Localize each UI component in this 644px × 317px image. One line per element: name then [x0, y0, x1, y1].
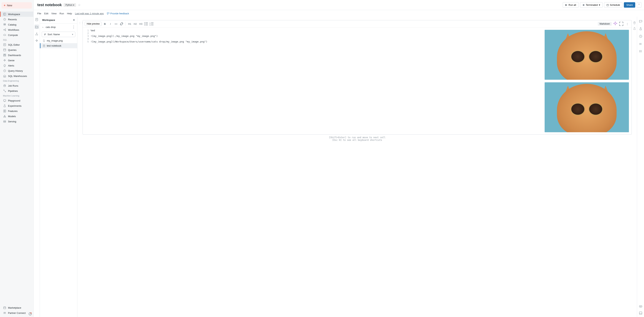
share-button[interactable]: Share	[624, 2, 635, 8]
language-selector[interactable]: Python ▾	[64, 3, 76, 7]
sidebar-item-label: Query History	[8, 69, 23, 72]
new-button[interactable]: + New	[2, 2, 32, 8]
trash-icon[interactable]	[633, 21, 636, 24]
sidebar-item-genie[interactable]: Genie	[0, 58, 33, 63]
expand-icon[interactable]	[619, 21, 624, 26]
ai-sparkle-icon[interactable]	[613, 21, 618, 26]
sidebar-item-recents[interactable]: Recents	[0, 17, 33, 22]
code-icon[interactable]: <>	[114, 21, 118, 26]
last-edit-link[interactable]: Last edit was 1 minute ago	[75, 12, 104, 15]
h3-button[interactable]: H3	[138, 21, 143, 26]
workflows-icon	[3, 28, 6, 31]
line-number: 3	[84, 35, 90, 37]
sidebar-item-catalog[interactable]: Catalog	[0, 22, 33, 27]
menu-view[interactable]: View	[51, 12, 56, 15]
svg-rect-5	[4, 43, 6, 46]
link-icon[interactable]	[119, 21, 124, 26]
menu-help[interactable]: Help	[67, 12, 72, 15]
close-icon[interactable]: ✕	[73, 19, 75, 21]
output-panel-icon[interactable]	[639, 312, 642, 315]
sidebar-item-serving[interactable]: Serving	[0, 119, 33, 124]
bullet-list-icon[interactable]	[144, 21, 149, 26]
comments-icon[interactable]	[639, 20, 642, 23]
sparkle-tab-icon[interactable]	[35, 39, 38, 42]
sidebar-item-playground[interactable]: Playground	[0, 98, 33, 103]
code-text	[90, 37, 540, 40]
calendar-icon	[606, 4, 609, 6]
notebook-title[interactable]: test notebook	[37, 3, 62, 7]
h2-button[interactable]: H2	[133, 21, 138, 26]
file-item-my_image-png[interactable]: my_image.png	[40, 38, 77, 43]
panel-icon[interactable]	[639, 49, 642, 53]
numbered-list-icon[interactable]: 123	[150, 21, 154, 26]
file-item-label: test notebook	[47, 44, 61, 47]
flask-icon[interactable]	[633, 27, 636, 30]
cell-kebab-icon[interactable]: ⋮	[625, 21, 630, 26]
drag-handle-icon[interactable]: ⋮⋮	[79, 21, 84, 24]
kebab-menu-icon[interactable]: ⋮	[72, 25, 75, 29]
code-line[interactable]: 4	[83, 37, 542, 40]
sidebar-item-models[interactable]: Models	[0, 114, 33, 119]
playground-icon	[3, 99, 6, 102]
sidebar-item-sql-editor[interactable]: SQL Editor	[0, 42, 33, 47]
notebook-tab-icon[interactable]	[35, 18, 38, 21]
sidebar-item-pipelines[interactable]: Pipelines	[0, 88, 33, 93]
feedback-link[interactable]: Provide feedback	[107, 12, 129, 15]
sidebar-item-queries[interactable]: Queries	[0, 47, 33, 52]
code-editor[interactable]: 1 %md 2 3 ![my_image.png](./my_image.png…	[83, 27, 542, 134]
folder-tab-icon[interactable]	[34, 24, 39, 29]
editor-area: ⋮⋮ Hide preview B I <> H1 H2 H3	[78, 17, 637, 317]
warehouse-icon	[3, 74, 6, 77]
notebook-cell[interactable]: ⋮⋮ Hide preview B I <> H1 H2 H3	[82, 20, 632, 135]
revision-history-icon[interactable]	[639, 35, 642, 38]
collapse-header-button[interactable]: ˄	[637, 2, 642, 8]
sidebar-item-workflows[interactable]: Workflows	[0, 27, 33, 32]
code-line[interactable]: 5 ![my_image.png](/Workspace/Users/usern…	[83, 40, 542, 43]
italic-icon[interactable]: I	[108, 21, 113, 26]
schedule-button[interactable]: Schedule	[604, 2, 622, 8]
menu-file[interactable]: File	[37, 12, 41, 15]
sort-icon	[44, 33, 46, 36]
bold-icon[interactable]: B	[102, 21, 107, 26]
models-icon	[3, 115, 6, 118]
sidebar-item-dashboards[interactable]: Dashboards	[0, 52, 33, 58]
sidebar-item-experiments[interactable]: Experiments	[0, 103, 33, 108]
pipelines-icon	[3, 89, 6, 92]
sidebar-item-label: Models	[8, 115, 16, 118]
sidebar-item-sql-warehouses[interactable]: SQL Warehouses	[0, 73, 33, 79]
sidebar-item-label: Marketplace	[8, 307, 21, 309]
menu-run[interactable]: Run	[60, 12, 64, 15]
star-icon[interactable]: ☆	[78, 3, 80, 7]
code-line[interactable]: 3 ![my_image.png](./my_image.png "my_ima…	[83, 35, 542, 37]
h1-button[interactable]: H1	[127, 21, 132, 26]
menu-edit[interactable]: Edit	[44, 12, 48, 15]
recent-activity-icon[interactable]	[28, 312, 32, 316]
sidebar-item-features[interactable]: Features	[0, 108, 33, 114]
code-line[interactable]: 1 %md	[83, 29, 542, 32]
sidebar-item-marketplace[interactable]: Marketplace	[0, 305, 33, 310]
keyboard-icon[interactable]	[639, 305, 642, 308]
mlflow-icon[interactable]	[639, 27, 642, 30]
workspace-explorer: Workspace ✕ ← cats drop ⋮ Sort: Name ▾	[34, 17, 78, 317]
sidebar-item-alerts[interactable]: Alerts	[0, 63, 33, 68]
svg-point-22	[4, 312, 4, 313]
sidebar-item-query-history[interactable]: Query History	[0, 68, 33, 73]
back-arrow-icon[interactable]: ←	[42, 26, 44, 28]
breadcrumb[interactable]: cats drop	[46, 26, 56, 28]
sidebar-item-job-runs[interactable]: Job Runs	[0, 83, 33, 88]
sort-dropdown[interactable]: Sort: Name ▾	[42, 32, 75, 37]
compute-status-button[interactable]: Terminated ▾	[580, 2, 602, 8]
cell-type-pill[interactable]: Markdown	[598, 22, 612, 26]
run-all-button[interactable]: Run all	[563, 2, 578, 8]
schema-tab-icon[interactable]	[35, 32, 38, 36]
variables-icon[interactable]: (x)	[639, 42, 642, 45]
sidebar-item-compute[interactable]: Compute	[0, 32, 33, 38]
sidebar-item-label: Recents	[8, 18, 17, 21]
file-item-test-notebook[interactable]: test notebook	[40, 43, 77, 48]
code-line[interactable]: 2	[83, 32, 542, 35]
svg-rect-16	[5, 110, 6, 112]
hide-preview-button[interactable]: Hide preview	[85, 22, 102, 26]
experiments-icon	[3, 104, 6, 107]
sidebar-item-workspace[interactable]: Workspace	[0, 11, 33, 17]
svg-rect-26	[583, 4, 584, 6]
